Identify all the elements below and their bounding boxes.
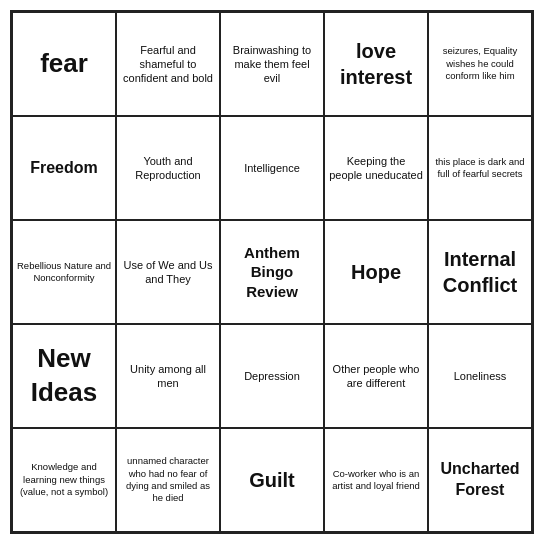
bingo-board: fearFearful and shameful to confident an… bbox=[10, 10, 534, 534]
bingo-cell-4: seizures, Equality wishes he could confo… bbox=[428, 12, 532, 116]
bingo-cell-2: Brainwashing to make them feel evil bbox=[220, 12, 324, 116]
bingo-cell-18: Other people who are different bbox=[324, 324, 428, 428]
bingo-cell-21: unnamed character who had no fear of dyi… bbox=[116, 428, 220, 532]
bingo-cell-11: Use of We and Us and They bbox=[116, 220, 220, 324]
bingo-cell-12: Anthem Bingo Review bbox=[220, 220, 324, 324]
bingo-cell-0: fear bbox=[12, 12, 116, 116]
bingo-cell-22: Guilt bbox=[220, 428, 324, 532]
bingo-cell-6: Youth and Reproduction bbox=[116, 116, 220, 220]
bingo-cell-13: Hope bbox=[324, 220, 428, 324]
bingo-grid: fearFearful and shameful to confident an… bbox=[12, 12, 532, 532]
bingo-cell-24: Uncharted Forest bbox=[428, 428, 532, 532]
bingo-cell-23: Co-worker who is an artist and loyal fri… bbox=[324, 428, 428, 532]
bingo-cell-3: love interest bbox=[324, 12, 428, 116]
bingo-cell-20: Knowledge and learning new things (value… bbox=[12, 428, 116, 532]
bingo-cell-10: Rebellious Nature and Nonconformity bbox=[12, 220, 116, 324]
bingo-cell-9: this place is dark and full of fearful s… bbox=[428, 116, 532, 220]
bingo-cell-15: New Ideas bbox=[12, 324, 116, 428]
bingo-cell-7: Intelligence bbox=[220, 116, 324, 220]
bingo-cell-5: Freedom bbox=[12, 116, 116, 220]
bingo-cell-1: Fearful and shameful to confident and bo… bbox=[116, 12, 220, 116]
bingo-cell-14: Internal Conflict bbox=[428, 220, 532, 324]
bingo-cell-16: Unity among all men bbox=[116, 324, 220, 428]
bingo-cell-8: Keeping the people uneducated bbox=[324, 116, 428, 220]
bingo-cell-17: Depression bbox=[220, 324, 324, 428]
bingo-cell-19: Loneliness bbox=[428, 324, 532, 428]
